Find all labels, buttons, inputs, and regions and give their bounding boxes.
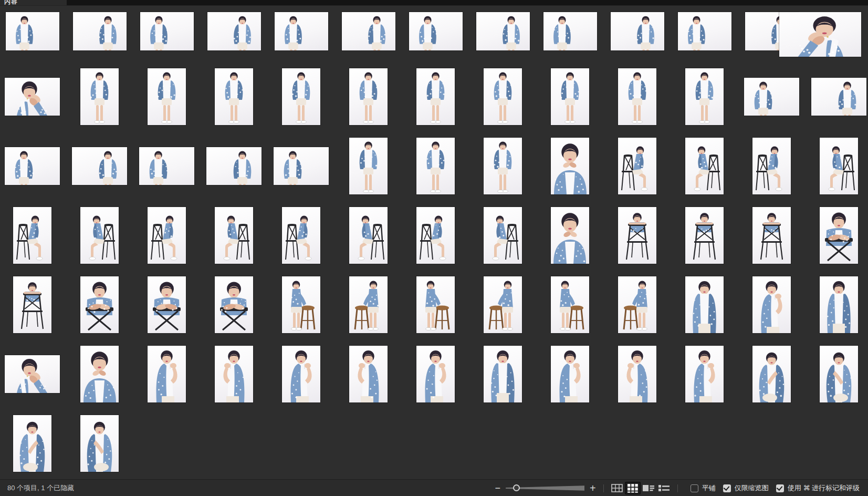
thumbnail[interactable] bbox=[80, 346, 119, 402]
thumbnail[interactable] bbox=[820, 138, 858, 194]
thumbnail[interactable] bbox=[13, 276, 51, 333]
thumbnail[interactable] bbox=[282, 346, 320, 402]
thumbnail[interactable] bbox=[72, 147, 127, 185]
thumbnail[interactable] bbox=[207, 12, 261, 50]
tab-content[interactable]: 内容 bbox=[0, 0, 67, 5]
list-view-button[interactable] bbox=[656, 482, 672, 494]
thumbnail[interactable] bbox=[484, 138, 522, 194]
photo-figure bbox=[13, 415, 51, 472]
thumbnail[interactable] bbox=[80, 276, 119, 333]
thumbnail[interactable] bbox=[139, 147, 194, 185]
thumbnail[interactable] bbox=[215, 68, 253, 125]
thumbnail[interactable] bbox=[140, 12, 194, 50]
thumbnail[interactable] bbox=[349, 68, 388, 125]
thumbnail[interactable] bbox=[685, 138, 724, 194]
thumbnail[interactable] bbox=[13, 415, 51, 472]
thumbnail[interactable] bbox=[744, 78, 799, 116]
thumbnail[interactable] bbox=[13, 207, 51, 264]
thumbnail[interactable] bbox=[416, 68, 455, 125]
thumbnail[interactable] bbox=[484, 276, 522, 333]
thumbnail[interactable] bbox=[148, 207, 186, 264]
thumbnail[interactable] bbox=[752, 276, 791, 333]
thumbnail[interactable] bbox=[618, 346, 656, 402]
zoom-out-button[interactable]: − bbox=[493, 483, 503, 493]
thumbnail[interactable] bbox=[611, 12, 664, 50]
photo-figure bbox=[416, 138, 455, 194]
thumbnail-size-slider[interactable] bbox=[506, 483, 584, 493]
checkbox-unchecked-icon[interactable] bbox=[691, 484, 698, 492]
photo-figure bbox=[551, 346, 589, 402]
thumbnail[interactable] bbox=[476, 12, 530, 50]
thumbnail[interactable] bbox=[349, 138, 388, 194]
thumbnail[interactable] bbox=[416, 207, 455, 264]
thumbnail[interactable] bbox=[685, 276, 724, 333]
thumbnail[interactable] bbox=[551, 207, 589, 264]
thumbnail[interactable] bbox=[80, 415, 119, 472]
thumbnail[interactable] bbox=[551, 68, 589, 125]
thumbnail[interactable] bbox=[282, 207, 320, 264]
thumbnail[interactable] bbox=[73, 12, 127, 50]
detail-view-button[interactable] bbox=[641, 482, 656, 494]
thumbnail[interactable] bbox=[416, 138, 455, 194]
thumbnail[interactable] bbox=[811, 78, 866, 116]
thumbnail[interactable] bbox=[282, 276, 320, 333]
thumbnail[interactable] bbox=[282, 68, 320, 125]
thumbnail[interactable] bbox=[274, 147, 329, 185]
checkbox-checked-icon[interactable] bbox=[776, 484, 784, 492]
thumbnail[interactable] bbox=[752, 346, 791, 402]
thumbnail[interactable] bbox=[416, 276, 455, 333]
thumbnail[interactable] bbox=[148, 276, 186, 333]
thumbnail[interactable] bbox=[484, 346, 522, 402]
thumbnail[interactable] bbox=[349, 207, 388, 264]
thumbnail[interactable] bbox=[752, 207, 791, 264]
thumbnail-view-button[interactable] bbox=[625, 482, 641, 494]
thumbnail[interactable] bbox=[342, 12, 395, 50]
thumbnail[interactable] bbox=[678, 12, 731, 50]
thumbnail[interactable] bbox=[618, 276, 656, 333]
thumbnail[interactable] bbox=[349, 276, 388, 333]
thumbnail[interactable] bbox=[618, 207, 656, 264]
thumbnail[interactable] bbox=[148, 346, 186, 402]
thumbnail[interactable] bbox=[5, 355, 60, 393]
thumbnail[interactable] bbox=[820, 276, 858, 333]
thumbnail[interactable] bbox=[685, 346, 724, 402]
checkbox-checked-icon[interactable] bbox=[723, 484, 731, 492]
thumbnail[interactable] bbox=[484, 68, 522, 125]
zoom-in-button[interactable]: + bbox=[588, 483, 598, 493]
thumbnail[interactable] bbox=[551, 276, 589, 333]
thumbnail[interactable] bbox=[80, 68, 119, 125]
thumbnail[interactable] bbox=[148, 68, 186, 125]
checkbox-option-1[interactable]: 仅限缩览图 bbox=[723, 483, 769, 493]
thumbnail[interactable] bbox=[409, 12, 463, 50]
thumbnail[interactable] bbox=[685, 68, 724, 125]
thumbnail[interactable] bbox=[206, 147, 262, 185]
thumbnail[interactable] bbox=[5, 78, 60, 116]
thumbnail[interactable] bbox=[275, 12, 328, 50]
thumbnail[interactable] bbox=[618, 68, 656, 125]
thumbnail[interactable] bbox=[820, 207, 858, 264]
photo-figure bbox=[148, 207, 186, 264]
thumbnail[interactable] bbox=[543, 12, 597, 50]
checkbox-option-2[interactable]: 使用 ⌘ 进行标记和评级 bbox=[776, 483, 860, 493]
thumbnail[interactable] bbox=[752, 138, 791, 194]
grid-view-button[interactable] bbox=[609, 482, 625, 494]
thumbnail[interactable] bbox=[80, 207, 119, 264]
thumbnail[interactable] bbox=[685, 207, 724, 264]
thumbnail[interactable] bbox=[551, 346, 589, 402]
thumbnail[interactable] bbox=[215, 276, 253, 333]
photo-figure bbox=[811, 78, 866, 116]
thumbnail[interactable] bbox=[484, 207, 522, 264]
checkbox-option-0[interactable]: 平铺 bbox=[691, 483, 716, 493]
thumbnail[interactable] bbox=[349, 346, 388, 402]
thumbnail[interactable] bbox=[779, 12, 861, 57]
photo-figure bbox=[215, 207, 253, 264]
thumbnail[interactable] bbox=[416, 346, 455, 402]
thumbnail[interactable] bbox=[820, 346, 858, 402]
slider-knob[interactable] bbox=[513, 484, 520, 491]
thumbnail[interactable] bbox=[215, 207, 253, 264]
thumbnail[interactable] bbox=[618, 138, 656, 194]
thumbnail[interactable] bbox=[215, 346, 253, 402]
thumbnail[interactable] bbox=[551, 138, 589, 194]
thumbnail[interactable] bbox=[6, 12, 59, 50]
thumbnail[interactable] bbox=[5, 147, 60, 185]
